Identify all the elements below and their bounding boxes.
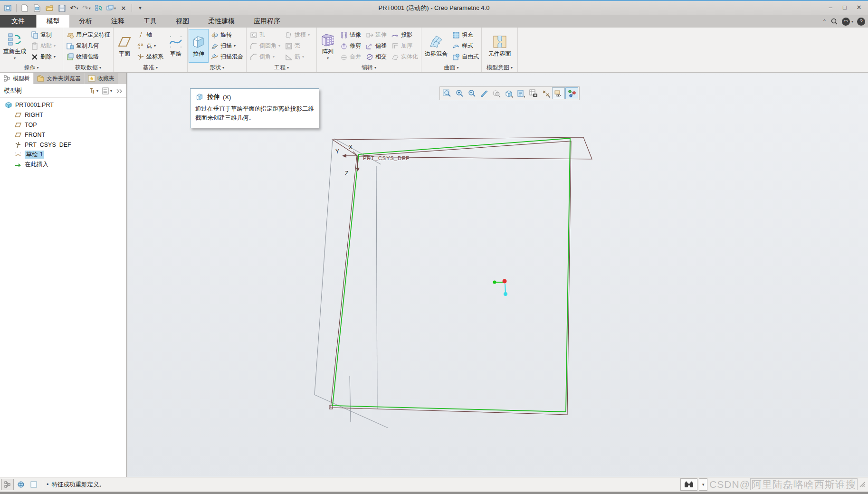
axis-button[interactable]: 轴: [135, 30, 165, 40]
refit-button[interactable]: [441, 88, 453, 99]
close-button[interactable]: ✕: [852, 1, 866, 13]
account-icon[interactable]: ◠: [842, 18, 850, 26]
project-button[interactable]: 投影: [390, 30, 420, 40]
window-menu-icon[interactable]: [2, 2, 14, 14]
style-button[interactable]: 样式: [451, 41, 480, 51]
sketch-button[interactable]: 草绘: [166, 29, 186, 63]
merge-button: 合并: [339, 52, 362, 62]
new-file-icon[interactable]: [19, 2, 30, 14]
shrinkwrap-button[interactable]: 收缩包络: [65, 52, 112, 62]
boundary-blend-icon: [429, 34, 444, 49]
help-icon[interactable]: ?: [857, 18, 865, 26]
tree-item-insert-here[interactable]: 在此插入: [0, 160, 126, 170]
tree-item-sketch1[interactable]: 草绘 1: [0, 150, 126, 160]
tree-item-front-plane[interactable]: FRONT: [0, 130, 126, 140]
fill-icon: [452, 31, 460, 39]
tab-model-tree[interactable]: 模型树: [0, 73, 33, 84]
group-label-surfaces[interactable]: 曲面▾: [421, 63, 481, 72]
annotation-display-button[interactable]: [552, 87, 565, 99]
copy-geometry-button[interactable]: 复制几何: [65, 41, 112, 51]
tab-annotate[interactable]: 注释: [102, 15, 134, 28]
group-label-engineering[interactable]: 工程▾: [247, 63, 316, 72]
extrude-button[interactable]: 拉伸: [189, 29, 209, 63]
redo-icon[interactable]: ↷▾: [81, 2, 92, 14]
point-button[interactable]: 点 ▾: [135, 41, 165, 51]
toggle-navigator-button[interactable]: [1, 479, 14, 490]
tree-item-right-plane[interactable]: RIGHT: [0, 110, 126, 120]
group-label-datum[interactable]: 基准▾: [114, 63, 187, 72]
boundary-blend-button[interactable]: 边界混合: [422, 29, 450, 63]
tab-favorites[interactable]: 收藏夹: [85, 73, 118, 84]
display-style-button[interactable]: [503, 88, 515, 99]
tree-item-part[interactable]: PRT0001.PRT: [0, 100, 126, 110]
sweep-button[interactable]: 扫描 ▾: [210, 41, 245, 51]
collapse-ribbon-icon[interactable]: ⌃: [822, 19, 827, 25]
regenerate-button[interactable]: 重新生成 ▾: [1, 29, 29, 63]
round-button: 倒圆角 ▾: [248, 41, 282, 51]
open-model-icon[interactable]: [31, 2, 43, 14]
close-window-icon[interactable]: ✕: [118, 2, 129, 14]
undo-icon[interactable]: ↶▾: [68, 2, 80, 14]
pattern-button[interactable]: 阵列 ▾: [318, 29, 338, 63]
group-label-shapes[interactable]: 形状▾: [188, 63, 246, 72]
tab-applications[interactable]: 应用程序: [244, 15, 290, 28]
find-dropdown-icon[interactable]: ▼: [699, 478, 707, 491]
tab-analysis[interactable]: 分析: [69, 15, 102, 28]
full-screen-button[interactable]: [28, 479, 39, 490]
offset-button[interactable]: 偏移: [364, 41, 388, 51]
saved-orientations-button[interactable]: [515, 88, 527, 99]
copy-button[interactable]: 复制: [29, 30, 57, 40]
revolve-button[interactable]: 旋转: [210, 30, 245, 40]
regenerate-icon[interactable]: [93, 2, 105, 14]
group-label-model-intent[interactable]: 模型意图▾: [482, 63, 517, 72]
csys-button[interactable]: 坐标系: [135, 52, 165, 62]
view-manager-button[interactable]: [527, 88, 539, 99]
tree-settings-button[interactable]: ▾: [102, 87, 112, 95]
delete-button[interactable]: 删除 ▾: [29, 52, 57, 62]
zoom-in-button[interactable]: [453, 88, 465, 99]
customize-toolbar-icon[interactable]: ▼: [134, 2, 146, 14]
resize-grip-icon[interactable]: [859, 482, 865, 487]
tab-model[interactable]: 模型: [37, 15, 69, 28]
spin-center-button[interactable]: [565, 87, 578, 99]
udf-button[interactable]: 用户定义特征: [65, 30, 112, 40]
tab-folder-browser[interactable]: 文件夹浏览器: [34, 73, 84, 84]
datum-display-button[interactable]: [540, 88, 552, 99]
tab-tools[interactable]: 工具: [134, 15, 166, 28]
maximize-button[interactable]: □: [838, 1, 852, 13]
mirror-button[interactable]: 镜像: [339, 30, 362, 40]
tab-file[interactable]: 文件: [0, 15, 36, 28]
minimize-button[interactable]: –: [823, 1, 838, 13]
intersect-button[interactable]: 相交: [364, 52, 388, 62]
trim-button[interactable]: 修剪: [339, 41, 362, 51]
tree-item-csys[interactable]: PRT_CSYS_DEF: [0, 140, 126, 150]
zoom-out-button[interactable]: [466, 88, 477, 99]
swept-blend-button[interactable]: 扫描混合: [210, 52, 245, 62]
shell-icon: [285, 42, 293, 50]
round-icon: [250, 42, 258, 50]
find-button[interactable]: [680, 478, 697, 491]
group-label-editing[interactable]: 编辑▾: [317, 63, 421, 72]
repaint-button[interactable]: [478, 88, 490, 99]
tree-filters-button[interactable]: ▾: [88, 87, 98, 95]
dropdown-arrow-icon: ▾: [54, 55, 56, 59]
open-folder-icon[interactable]: [44, 2, 55, 14]
tree-item-top-plane[interactable]: TOP: [0, 120, 126, 130]
shading-style-button[interactable]: [490, 88, 502, 99]
fill-button[interactable]: 填充: [451, 30, 480, 40]
plane-button[interactable]: 平面: [114, 29, 134, 63]
window-switch-icon[interactable]: ▾: [105, 2, 117, 14]
group-label-operations[interactable]: 操作▾: [0, 63, 63, 72]
graphics-area[interactable]: Y X Z PRT_CSYS_DEF: [128, 73, 868, 477]
component-interface-button[interactable]: 元件界面: [486, 29, 514, 63]
dropdown-arrow-icon: ▾: [96, 89, 98, 93]
freestyle-button[interactable]: 自由式: [451, 52, 480, 62]
save-icon[interactable]: [56, 2, 67, 14]
panel-options-button[interactable]: [116, 87, 123, 94]
web-browser-button[interactable]: [15, 479, 27, 490]
account-dropdown-icon[interactable]: ▾: [851, 19, 853, 24]
tab-view[interactable]: 视图: [166, 15, 199, 28]
search-icon[interactable]: [830, 18, 838, 25]
group-label-get-data[interactable]: 获取数据▾: [63, 63, 113, 72]
tab-flexible-modeling[interactable]: 柔性建模: [199, 15, 244, 28]
